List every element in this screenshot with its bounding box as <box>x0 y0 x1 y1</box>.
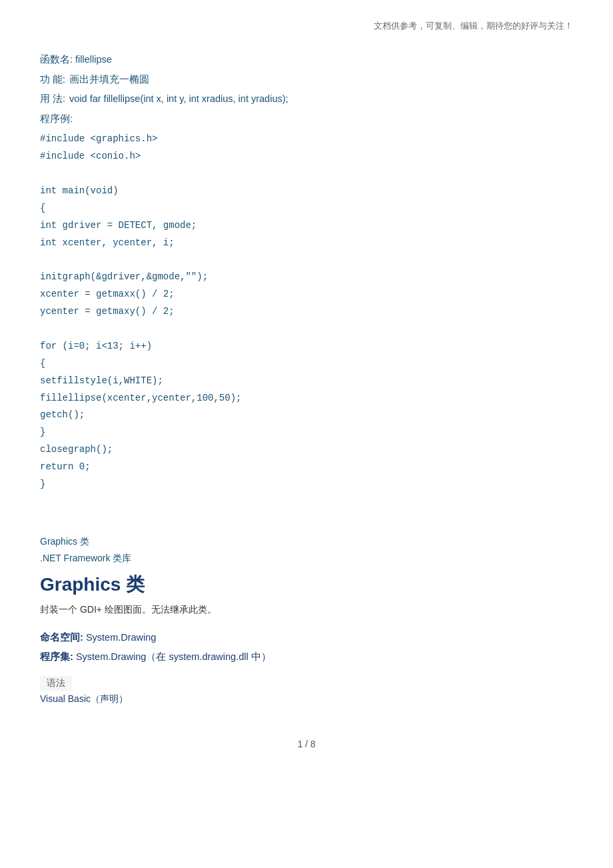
func-usage-label: 用 法: <box>40 90 67 109</box>
page-indicator: 1 / 8 <box>297 739 315 749</box>
top-note: 文档供参考，可复制、编辑，期待您的好评与关注！ <box>40 20 573 32</box>
code-line: #include <graphics.h> <box>40 131 573 148</box>
func-name-label: 函数名: <box>40 51 73 69</box>
func-desc-label: 功 能: <box>40 71 67 89</box>
code-line: xcenter = getmaxx() / 2; <box>40 286 573 303</box>
code-line: getch(); <box>40 407 573 424</box>
code-block: #include <graphics.h>#include <conio.h> … <box>40 131 573 493</box>
assembly-line: 程序集: System.Drawing（在 system.drawing.dll… <box>40 647 573 667</box>
func-usage-value: void far fillellipse(int x, int y, int x… <box>69 93 289 104</box>
heading-text: Graphics 类 <box>40 574 145 595</box>
func-name-value: fillellipse <box>75 54 112 65</box>
code-line <box>40 251 573 269</box>
func-usage-line: 用 法: void far fillellipse(int x, int y, … <box>40 90 573 109</box>
breadcrumb-section: Graphics 类 .NET Framework 类库 <box>40 533 573 567</box>
syntax-label: 语法 <box>40 676 72 691</box>
code-line <box>40 165 573 183</box>
code-line: { <box>40 355 573 373</box>
code-line: int gdriver = DETECT, gmode; <box>40 217 573 235</box>
page-container: 文档供参考，可复制、编辑，期待您的好评与关注！ 函数名: fillellipse… <box>0 0 613 868</box>
func-name-line: 函数名: fillellipse <box>40 51 573 69</box>
assembly-label: 程序集: <box>40 651 73 662</box>
syntax-value: Visual Basic（声明） <box>40 693 573 705</box>
func-desc-value: 画出并填充一椭圆 <box>69 74 149 85</box>
code-line: initgraph(&gdriver,&gmode,""); <box>40 269 573 286</box>
assembly-value: System.Drawing（在 system.drawing.dll 中） <box>76 651 271 662</box>
page-footer: 1 / 8 <box>40 732 573 749</box>
example-label-line: 程序例: <box>40 110 573 129</box>
syntax-section: 语法 Visual Basic（声明） <box>40 676 573 705</box>
code-line: } <box>40 476 573 493</box>
namespace-value: System.Drawing <box>86 632 157 643</box>
namespace-label: 命名空间: <box>40 632 83 643</box>
code-line <box>40 321 573 338</box>
code-line: fillellipse(xcenter,ycenter,100,50); <box>40 390 573 407</box>
code-line: ycenter = getmaxy() / 2; <box>40 303 573 321</box>
code-line: { <box>40 200 573 217</box>
top-note-text: 文档供参考，可复制、编辑，期待您的好评与关注！ <box>374 21 573 31</box>
code-line: int xcenter, ycenter, i; <box>40 235 573 252</box>
code-line: return 0; <box>40 459 573 476</box>
code-line: for (i=0; i<13; i++) <box>40 338 573 355</box>
example-label: 程序例: <box>40 113 73 124</box>
code-line: #include <conio.h> <box>40 148 573 165</box>
code-line: } <box>40 424 573 441</box>
breadcrumb-line-1: Graphics 类 <box>40 533 573 550</box>
func-desc-line: 功 能: 画出并填充一椭圆 <box>40 71 573 89</box>
namespace-line: 命名空间: System.Drawing <box>40 628 573 647</box>
page-heading: Graphics 类 <box>40 572 573 597</box>
code-line: closegraph(); <box>40 441 573 459</box>
code-line: setfillstyle(i,WHITE); <box>40 373 573 390</box>
meta-namespace: 命名空间: System.Drawing 程序集: System.Drawing… <box>40 628 573 667</box>
code-section: 函数名: fillellipse 功 能: 画出并填充一椭圆 用 法: void… <box>40 51 573 493</box>
breadcrumb-line-2: .NET Framework 类库 <box>40 550 573 567</box>
page-desc: 封装一个 GDI+ 绘图图面。无法继承此类。 <box>40 604 573 616</box>
code-line: int main(void) <box>40 183 573 200</box>
